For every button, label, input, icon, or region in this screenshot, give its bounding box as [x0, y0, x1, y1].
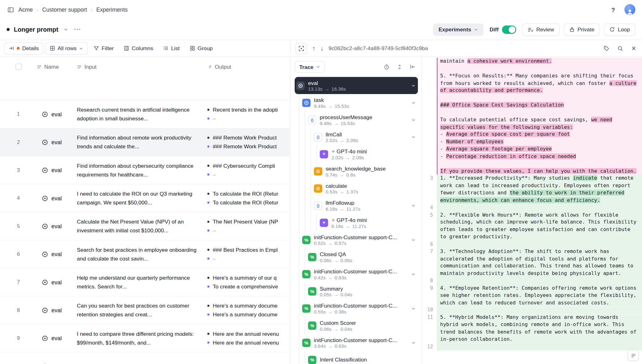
chevron-down-icon[interactable]: [411, 238, 415, 242]
chevron-down-icon[interactable]: [411, 203, 415, 208]
diff-added-line: 52. **Flexible Work Hours**: Remote work…: [422, 211, 642, 240]
row-name-label: eval: [51, 167, 62, 173]
sidebar-toggle-icon[interactable]: [7, 6, 14, 13]
close-icon[interactable]: ✕: [630, 44, 637, 53]
row-input-text: Search for best practices in employee on…: [77, 245, 201, 263]
tree-connector: [308, 180, 314, 197]
breadcrumb-project[interactable]: Customer support: [42, 7, 87, 13]
previous-row-button[interactable]: ↑: [312, 45, 315, 52]
next-row-button[interactable]: ↓: [320, 45, 324, 52]
collapse-all-icon[interactable]: [396, 63, 403, 71]
trace-span-row[interactable]: %initFunction-Customer support-C...0.52s…: [295, 231, 418, 248]
breadcrumb-page[interactable]: Experiments: [96, 7, 128, 13]
table-row[interactable]: 2evalFind information about remote work …: [0, 128, 290, 156]
chevron-down-icon[interactable]: [411, 118, 415, 122]
avatar[interactable]: [624, 4, 635, 15]
table-row[interactable]: 9evalI need to compare three different p…: [0, 324, 290, 352]
output-text: Here are the annual revenu: [213, 331, 279, 337]
trace-span-row[interactable]: ⚙search_knowledge_base0.74s→0.8s: [295, 163, 418, 180]
trace-span-row[interactable]: ✦✳GPT-4o mini2.02s→2.09s: [295, 145, 418, 163]
align-left-icon[interactable]: [409, 63, 416, 71]
view-switcher-button[interactable]: Experiments: [433, 23, 484, 36]
span-text-column: ✳GPT-4o mini6.18s→11.27s: [331, 217, 415, 228]
row-filter-button[interactable]: All rows: [45, 42, 88, 55]
trace-view-dropdown[interactable]: Trace: [295, 61, 325, 73]
details-button[interactable]: Details: [4, 42, 43, 55]
span-start-time: 13.13s: [308, 86, 323, 91]
trace-span-row[interactable]: %initFunction-Customer support-C...3.64s…: [295, 334, 418, 351]
experiment-name-chevron-icon[interactable]: [63, 26, 69, 33]
trace-span-row[interactable]: %Closed QA0.06s→0.05s: [295, 248, 418, 266]
trace-span-row[interactable]: ⚙calculate0.53s→1.37s: [295, 180, 418, 197]
group-button[interactable]: Group: [186, 42, 217, 55]
results-toolbar: Details All rows Filter Columns L: [0, 40, 290, 57]
trace-span-row[interactable]: eval13.13s→16.36s: [295, 77, 418, 94]
trace-span-row[interactable]: %initFunction-Customer support-C...0.55s…: [295, 300, 418, 317]
span-text-column: llmFollowup6.18s→11.27s: [326, 200, 411, 211]
trace-span-row[interactable]: ()processUserMessage9.48s→15.53s: [295, 111, 418, 129]
trace-span-row[interactable]: ✦✳GPT-4o mini6.18s→11.27s: [295, 214, 418, 231]
table-row[interactable]: 7evalHelp me understand our quarterly pe…: [0, 268, 290, 296]
group-label: Group: [197, 45, 213, 51]
output-line: Here's a summary docume: [207, 311, 287, 318]
output-bullet-dot: [207, 257, 209, 260]
output-line: ### Best Practices in Empl: [207, 247, 287, 253]
tag-icon[interactable]: [603, 45, 610, 52]
table-row[interactable]: 6evalSearch for best practices in employ…: [0, 240, 290, 268]
trace-span-row[interactable]: %Intent Classification: [295, 351, 418, 364]
table-row[interactable]: 1evalResearch current trends in artifici…: [0, 100, 290, 128]
review-button[interactable]: Review: [522, 23, 560, 36]
breadcrumb-org[interactable]: Acme: [18, 7, 33, 13]
output-text: To calculate the ROI (Retur: [213, 199, 278, 206]
diff-toggle[interactable]: [502, 25, 516, 34]
search-icon[interactable]: [617, 45, 624, 52]
chevron-down-icon[interactable]: [411, 83, 415, 87]
output-text: ### Cybersecurity Compli: [213, 163, 275, 169]
trace-span-row[interactable]: ()llmCall2.02s→2.09s: [295, 128, 418, 145]
diff-text: 1. **Increased Productivity**: Many stud…: [440, 175, 573, 181]
tree-connector: [302, 197, 308, 214]
row-name-label: eval: [51, 223, 62, 229]
chevron-down-icon[interactable]: [411, 272, 415, 276]
output-text: –: [213, 256, 216, 262]
chevron-down-icon[interactable]: [411, 340, 415, 345]
table-row[interactable]: 8evalCan you search for best practices o…: [0, 296, 290, 324]
chevron-down-icon[interactable]: [411, 101, 415, 105]
list-button[interactable]: List: [159, 42, 184, 55]
expand-trace-button[interactable]: [296, 42, 307, 54]
filter-button[interactable]: Filter: [90, 42, 118, 55]
help-icon[interactable]: ?: [608, 6, 618, 13]
trace-span-row[interactable]: task9.49s→15.53s: [295, 94, 418, 111]
table-row[interactable]: 3evalFind information about cybersecurit…: [0, 156, 290, 184]
diff-text: -: [440, 153, 446, 159]
diff-removed-line: [422, 65, 642, 72]
select-all-checkbox[interactable]: [15, 64, 22, 70]
private-button[interactable]: Private: [564, 23, 600, 36]
experiment-more-button[interactable]: ⋯: [73, 24, 82, 34]
table-row[interactable]: 10evalResearch industry standards for Sa…: [0, 352, 290, 364]
column-header-input[interactable]: Input: [77, 64, 207, 70]
trace-span-row[interactable]: ()llmFollowup6.18s→11.27s: [295, 197, 418, 214]
chevron-down-icon[interactable]: [411, 135, 415, 139]
column-header-output[interactable]: Output: [207, 64, 290, 70]
details-arrow-icon: [9, 45, 14, 51]
tree-connector: [296, 300, 302, 317]
loop-button[interactable]: Loop: [604, 23, 635, 36]
top-bar: Acme › Customer support › Experiments ?: [0, 0, 642, 19]
span-name: processUserMessage: [320, 114, 372, 120]
trace-span-row[interactable]: %Custom Scorer0.06s→0.04s: [295, 317, 418, 334]
table-row[interactable]: 5evalCalculate the Net Present Value (NP…: [0, 212, 290, 240]
trace-span-row[interactable]: %Summary0.05s→0.04s: [295, 282, 418, 300]
row-input-text: Can you search for best practices on cus…: [77, 301, 201, 319]
tree-connector: [308, 163, 314, 180]
raw-output-button[interactable]: [628, 350, 639, 361]
timer-icon[interactable]: [383, 63, 390, 71]
table-row[interactable]: 4evalI need to calculate the ROI on our …: [0, 184, 290, 212]
columns-button[interactable]: Columns: [120, 42, 157, 55]
chevron-down-icon[interactable]: [411, 306, 415, 310]
arrow-right-icon: →: [334, 326, 338, 331]
output-line: Recent trends in the adopti: [207, 107, 287, 113]
experiment-name[interactable]: Longer prompt: [14, 26, 58, 33]
trace-span-row[interactable]: %initFunction-Customer support-C...0.42s…: [295, 266, 418, 283]
column-header-name[interactable]: Name: [37, 64, 77, 70]
